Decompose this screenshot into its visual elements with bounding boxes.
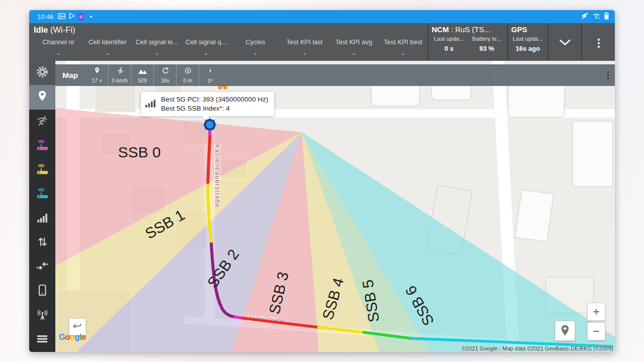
wifi-scan-button[interactable]	[29, 110, 55, 134]
stat-refresh-interval: 16s	[153, 64, 176, 86]
target-icon	[184, 67, 192, 76]
kpi-col-kpi-best: Test KPI best-	[378, 38, 428, 57]
signal-bars-button[interactable]	[29, 207, 55, 231]
gps-panel: GPS Last upda...16s ago	[507, 23, 547, 61]
antenna-button[interactable]	[29, 304, 55, 328]
kpi-header: Idle (Wi-Fi) Channel nr- Cell Identifier…	[29, 23, 615, 61]
zoom-out-button[interactable]: −	[587, 322, 605, 340]
zoom-in-button[interactable]: +	[587, 303, 605, 321]
screenshot-icon	[58, 12, 65, 21]
tooltip-line2: Best 5G SSB Index*: 4	[161, 104, 268, 113]
notification-dot	[90, 16, 92, 18]
smartphone-icon	[36, 284, 48, 299]
tool-sidebar	[29, 61, 55, 352]
overflow-menu-button[interactable]	[581, 23, 615, 61]
transfer-arrows-button[interactable]	[29, 255, 55, 279]
map-tooltip: Best 5G PCI: 393 (3450000000 Hz) Best 5G…	[141, 92, 274, 116]
tooltip-line1: Best 5G PCI: 393 (3450000000 Hz)	[161, 95, 268, 104]
stat-altitude: 529	[131, 64, 153, 86]
stat-speed: 0 km/h	[108, 64, 131, 86]
street-label-kastenbauer: Kastenbauerstraße	[214, 144, 221, 208]
kpi-col-cell-id: Cell Identifier-	[83, 38, 132, 57]
pin-plus-icon	[559, 324, 571, 337]
gear-icon	[36, 65, 49, 80]
map-toolbar: Map 17 × 0 km/h 529 16s	[55, 64, 615, 86]
router-teal-button[interactable]	[29, 182, 55, 206]
settings-button[interactable]	[29, 61, 55, 85]
kpi-col-channel: Channel nr-	[34, 38, 83, 57]
menu-icon	[36, 334, 48, 346]
signal-bars-icon	[145, 99, 156, 110]
wifi-off-icon	[36, 115, 49, 129]
kpi-col-cycles: Cycles-	[231, 38, 280, 57]
location-pin-icon	[37, 89, 48, 105]
kpi-columns: Channel nr- Cell Identifier- Cell signal…	[34, 38, 428, 57]
menu-button[interactable]	[29, 328, 55, 352]
kpi-col-kpi-last: Test KPI last-	[280, 38, 329, 57]
map-tab[interactable]: Map	[55, 64, 86, 86]
tooltip-tail	[202, 116, 209, 120]
mute-icon	[582, 12, 589, 21]
router-teal-icon	[36, 187, 49, 201]
sector-label-ssb0: SSB 0	[118, 144, 160, 160]
gps-last-update: Last upda...16s ago	[510, 36, 546, 52]
map-attribution: ©2021 Google - Map data ©2021 GeoBasis-D…	[462, 345, 613, 351]
ncm-last-update: Last upda...0 s	[430, 36, 468, 52]
arrows-merge-icon	[36, 260, 49, 274]
router-magenta-icon	[36, 139, 49, 153]
clock: 10:46	[37, 13, 54, 21]
arrows-vertical-icon	[36, 236, 48, 250]
map-canvas[interactable]: Kastenbauerstraße Zamilastraße	[55, 61, 615, 352]
compass-needle-icon	[208, 66, 213, 77]
app-window: 10:46 Idle (Wi-Fi)	[29, 10, 615, 352]
updown-arrows-button[interactable]	[29, 231, 55, 255]
kebab-icon	[598, 37, 600, 49]
router-yellow-icon	[36, 163, 49, 177]
kpi-columns-panel: Idle (Wi-Fi) Channel nr- Cell Identifier…	[29, 23, 428, 61]
ncm-battery-level: Battery le...93 %	[468, 36, 506, 52]
android-status-bar: 10:46	[29, 10, 615, 23]
router-yellow-button[interactable]	[29, 158, 55, 182]
mountains-icon	[138, 67, 147, 76]
stat-zoom-level: 17 ×	[86, 64, 108, 86]
collapse-header-button[interactable]	[547, 23, 581, 61]
antenna-icon	[36, 309, 49, 323]
ncm-panel: NCM : RuS (TS... Last upda...0 s Battery…	[428, 23, 507, 61]
chevron-down-icon	[559, 39, 571, 48]
map-overflow-button[interactable]	[607, 70, 609, 80]
location-pin-icon	[94, 67, 100, 76]
runner-icon	[116, 67, 124, 76]
stat-bearing: 0°	[199, 64, 221, 86]
map-location-button[interactable]	[29, 85, 55, 109]
connection-state: Idle (Wi-Fi)	[34, 25, 428, 35]
app-badge-icon	[78, 14, 84, 20]
kpi-col-kpi-avg: Test KPI avg-	[329, 38, 378, 57]
play-icon	[69, 12, 75, 21]
refresh-icon	[162, 67, 169, 76]
device-button[interactable]	[29, 279, 55, 303]
undo-icon	[72, 321, 83, 332]
router-magenta-button[interactable]	[29, 134, 55, 158]
stat-accuracy: 0 m	[176, 64, 199, 86]
kpi-col-signal-level: Cell signal le...-	[132, 38, 182, 57]
kpi-col-signal-quality: Cell signal q...-	[182, 38, 231, 57]
wifi-icon	[593, 12, 600, 21]
add-marker-button[interactable]	[555, 321, 575, 341]
battery-icon	[604, 12, 609, 22]
google-logo: Google	[59, 332, 86, 342]
signal-bars-icon	[36, 212, 49, 225]
